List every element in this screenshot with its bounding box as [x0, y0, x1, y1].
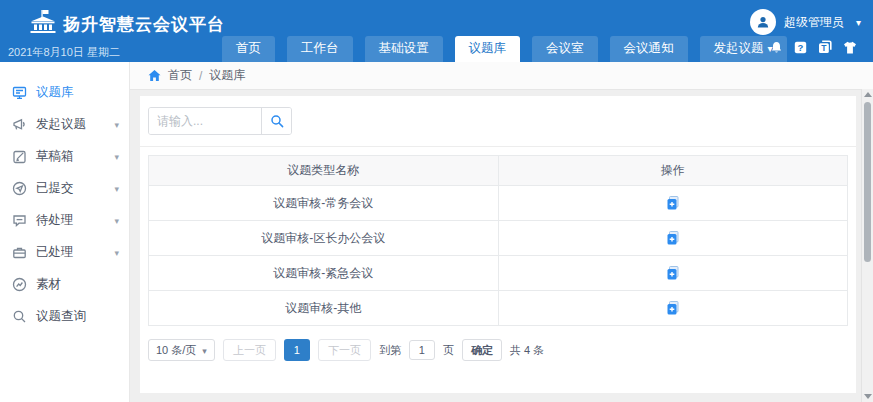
- search-input[interactable]: [149, 108, 261, 134]
- search-button[interactable]: [261, 108, 291, 134]
- main-content: 首页 / 议题库 议题类型名称 操作: [130, 62, 873, 402]
- help-icon[interactable]: ?: [794, 41, 807, 54]
- building-logo-icon: [25, 8, 61, 39]
- sidebar-item-pending[interactable]: 待处理: [0, 204, 129, 236]
- page-size-value: 10 条/页: [156, 343, 196, 358]
- sidebar-item-submitted[interactable]: 已提交: [0, 172, 129, 204]
- breadcrumb-home[interactable]: 首页: [168, 67, 192, 84]
- submitted-send-icon: [12, 181, 27, 196]
- topic-type-name: 议题审核-常务会议: [149, 186, 499, 221]
- sidebar-item-drafts[interactable]: 草稿箱: [0, 140, 129, 172]
- sidebar-item-label: 草稿箱: [36, 148, 74, 165]
- home-icon: [148, 69, 161, 82]
- page-number-button[interactable]: 1: [284, 339, 310, 361]
- tab-home[interactable]: 首页: [222, 36, 275, 62]
- breadcrumb-separator: /: [199, 69, 202, 83]
- search-icon: [270, 114, 284, 128]
- pagination: 10 条/页 上一页 1 下一页 到第 页 确定 共 4 条: [148, 339, 848, 361]
- topic-type-name: 议题审核-其他: [149, 291, 499, 326]
- topic-type-name: 议题审核-区长办公会议: [149, 221, 499, 256]
- header-date: 2021年8月10日 星期二: [8, 45, 120, 60]
- search-group: [148, 107, 292, 135]
- total-count-label: 共 4 条: [510, 343, 544, 358]
- table-row: 议题审核-区长办公会议: [149, 221, 848, 256]
- bell-icon[interactable]: [770, 41, 783, 54]
- tab-meeting-room[interactable]: 会议室: [532, 36, 598, 62]
- copy-add-icon[interactable]: [665, 265, 681, 281]
- breadcrumb-current: 议题库: [209, 67, 245, 84]
- scroll-down-arrow-icon[interactable]: [864, 394, 872, 399]
- main-nav-tabs: 首页 工作台 基础设置 议题库 会议室 会议通知 发起议题: [222, 36, 787, 62]
- processed-briefcase-icon: [12, 245, 27, 260]
- confirm-button[interactable]: 确定: [462, 339, 502, 361]
- column-header-actions: 操作: [498, 156, 848, 186]
- person-icon: [756, 15, 770, 29]
- svg-text:T: T: [821, 43, 827, 53]
- tab-workbench[interactable]: 工作台: [287, 36, 353, 62]
- goto-prefix-label: 到第: [379, 343, 401, 358]
- chevron-down-icon: [114, 245, 119, 259]
- scroll-up-arrow-icon[interactable]: [864, 92, 872, 97]
- table-row: 议题审核-常务会议: [149, 186, 848, 221]
- app-title: 扬升智慧云会议平台: [63, 13, 225, 36]
- sidebar-item-topic-query[interactable]: 议题查询: [0, 300, 129, 332]
- tab-meeting-notice[interactable]: 会议通知: [610, 36, 688, 62]
- prev-page-button[interactable]: 上一页: [223, 339, 276, 361]
- column-header-topic-type: 议题类型名称: [149, 156, 499, 186]
- chevron-down-icon: [114, 213, 119, 227]
- material-icon: [12, 277, 27, 292]
- user-menu[interactable]: 超级管理员: [750, 9, 861, 35]
- sidebar-item-label: 议题查询: [36, 308, 86, 325]
- monitor-icon: [12, 85, 27, 100]
- sidebar-item-materials[interactable]: 素材: [0, 268, 129, 300]
- breadcrumb: 首页 / 议题库: [130, 62, 873, 90]
- avatar: [750, 9, 776, 35]
- chevron-down-icon: [114, 181, 119, 195]
- goto-page-input[interactable]: [409, 340, 435, 360]
- app-header: 扬升智慧云会议平台 2021年8月10日 星期二 首页 工作台 基础设置 议题库…: [0, 0, 873, 62]
- sidebar-item-label: 素材: [36, 276, 61, 293]
- sidebar-item-label: 发起议题: [36, 116, 86, 133]
- theme-shirt-icon[interactable]: [843, 41, 857, 54]
- topic-type-table: 议题类型名称 操作 议题审核-常务会议 议题审核-区长办公会议 议题审核-紧急会…: [148, 155, 848, 326]
- topic-type-name: 议题审核-紧急会议: [149, 256, 499, 291]
- header-action-icons: ? T: [770, 40, 857, 54]
- draft-edit-icon: [12, 149, 27, 164]
- sidebar: 议题库 发起议题 草稿箱 已提交: [0, 62, 130, 402]
- copy-add-icon[interactable]: [665, 195, 681, 211]
- sidebar-item-label: 待处理: [36, 212, 74, 229]
- megaphone-icon: [12, 117, 27, 132]
- chevron-down-icon: [114, 149, 119, 163]
- scrollbar-thumb[interactable]: [864, 102, 871, 262]
- user-name: 超级管理员: [784, 14, 844, 31]
- sidebar-item-topic-library[interactable]: 议题库: [0, 76, 129, 108]
- copy-add-icon[interactable]: [665, 230, 681, 246]
- sidebar-item-processed[interactable]: 已处理: [0, 236, 129, 268]
- svg-text:?: ?: [798, 42, 804, 53]
- tab-topic-library[interactable]: 议题库: [455, 36, 521, 62]
- sidebar-item-launch-topic[interactable]: 发起议题: [0, 108, 129, 140]
- copy-add-icon[interactable]: [665, 300, 681, 316]
- chevron-down-icon: [114, 117, 119, 131]
- page-size-select[interactable]: 10 条/页: [148, 339, 215, 361]
- search-icon: [12, 309, 27, 324]
- sidebar-item-label: 已处理: [36, 244, 74, 261]
- pending-chat-icon: [12, 213, 27, 228]
- sidebar-item-label: 议题库: [36, 84, 74, 101]
- goto-suffix-label: 页: [443, 343, 454, 358]
- table-header-row: 议题类型名称 操作: [149, 156, 848, 186]
- chevron-down-icon: [202, 344, 207, 356]
- vertical-scrollbar[interactable]: [861, 89, 873, 402]
- sidebar-item-label: 已提交: [36, 180, 74, 197]
- table-row: 议题审核-紧急会议: [149, 256, 848, 291]
- document-icon[interactable]: T: [818, 40, 832, 54]
- content-card: 议题类型名称 操作 议题审核-常务会议 议题审核-区长办公会议 议题审核-紧急会…: [140, 96, 856, 393]
- next-page-button[interactable]: 下一页: [318, 339, 371, 361]
- tab-basic-settings[interactable]: 基础设置: [365, 36, 443, 62]
- table-row: 议题审核-其他: [149, 291, 848, 326]
- search-row: [140, 96, 856, 147]
